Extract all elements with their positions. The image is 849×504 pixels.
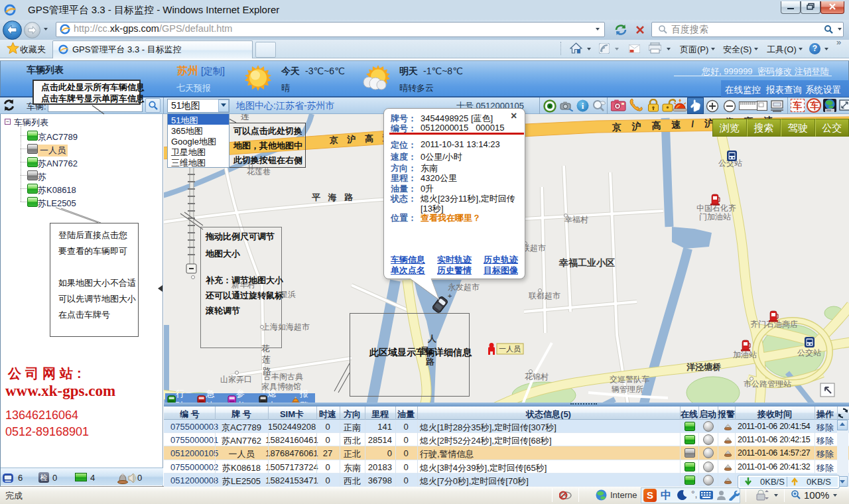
svg-text:加油站: 加油站 [733,350,757,359]
svg-text:联都超市: 联都超市 [528,291,560,300]
svg-text:永发超市: 永发超市 [448,283,480,292]
svg-text:山家弄口: 山家弄口 [220,375,252,384]
svg-text:幸福工业小区: 幸福工业小区 [558,257,615,268]
svg-text:交巡警队车: 交巡警队车 [610,375,649,384]
svg-text:花莲巷: 花莲巷 [247,167,271,176]
svg-text:花锦村: 花锦村 [525,372,549,381]
svg-text:辆管理所: 辆管理所 [612,385,643,394]
svg-text:莲: 莲 [262,355,271,365]
svg-text:莲: 莲 [241,114,249,121]
svg-text:市公路管理站: 市公路管理站 [744,379,791,389]
svg-text:一人员: 一人员 [499,345,521,353]
svg-text:+: + [448,292,452,300]
svg-text:洋泾塘桥: 洋泾塘桥 [686,362,722,372]
svg-text:门加油站: 门加油站 [699,212,731,221]
svg-text:路: 路 [263,366,271,376]
svg-text:平 海 路: 平 海 路 [312,192,356,202]
svg-text:i: i [582,101,584,111]
svg-text:幸福村: 幸福村 [564,215,588,224]
svg-text:公交站: 公交站 [797,348,821,357]
